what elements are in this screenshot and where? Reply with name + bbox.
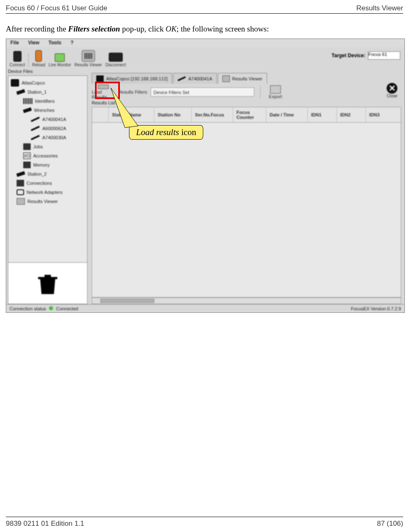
device-orange-icon bbox=[35, 50, 42, 62]
tree-results-viewer[interactable]: Results Viewer bbox=[11, 197, 85, 206]
results-viewer-label: Results Viewer bbox=[74, 63, 102, 67]
instruction-mid: pop-up, click bbox=[120, 24, 166, 33]
instruction-pre: After recording the bbox=[6, 24, 68, 33]
col-idn2[interactable]: IDN2 bbox=[337, 107, 366, 122]
tree-root[interactable]: AtlasCopco bbox=[11, 78, 85, 87]
io-icon: I/O bbox=[23, 152, 31, 159]
tree-wrenches[interactable]: Wrenches bbox=[11, 106, 85, 115]
trash-icon bbox=[35, 271, 61, 296]
connect-button[interactable]: Connect bbox=[10, 51, 25, 67]
col-idn3[interactable]: IDN3 bbox=[366, 107, 395, 122]
status-left: Connection status Connected bbox=[10, 306, 78, 311]
tree-station2-label: Station_2 bbox=[27, 172, 46, 177]
tree-identifiers[interactable]: Identifiers bbox=[11, 97, 85, 106]
tree-connections-label: Connections bbox=[27, 181, 52, 186]
wrenches-icon bbox=[23, 107, 32, 113]
menu-tools[interactable]: Tools bbox=[49, 40, 61, 46]
device-tab-icon bbox=[96, 75, 104, 82]
tree-connections[interactable]: Connections bbox=[11, 179, 85, 188]
tab-results-viewer[interactable]: Results Viewer bbox=[218, 73, 267, 84]
menu-file[interactable]: File bbox=[10, 40, 19, 46]
live-monitor-button[interactable]: Live Monitor bbox=[49, 53, 71, 67]
close-label: Close bbox=[387, 94, 397, 98]
tab-device-label: AtlasCopco [192.168.168.112] bbox=[106, 76, 168, 81]
callout-rest: icon bbox=[179, 127, 196, 137]
tree-wrench-1[interactable]: A6000062A bbox=[11, 124, 85, 133]
sidebar-title: Device Files bbox=[8, 69, 33, 74]
tree-wrench-2[interactable]: A7400030A bbox=[11, 133, 85, 142]
close-button[interactable]: ✕ Close bbox=[383, 83, 401, 99]
header-divider bbox=[6, 13, 403, 14]
export-label: Export bbox=[269, 94, 282, 99]
close-icon: ✕ bbox=[387, 83, 397, 94]
jobs-icon bbox=[23, 143, 31, 150]
network-icon bbox=[17, 189, 24, 195]
tree-memory-label: Memory bbox=[33, 162, 50, 167]
results-tree-icon bbox=[17, 198, 25, 205]
scrollbar-thumb[interactable] bbox=[100, 299, 154, 303]
export-icon bbox=[270, 85, 281, 94]
footer-right: 87 (106) bbox=[377, 520, 403, 528]
target-device-label: Target Device: bbox=[331, 53, 365, 58]
tree-wrench-0[interactable]: A7400041A bbox=[11, 115, 85, 124]
tree-root-label: AtlasCopco bbox=[22, 80, 45, 85]
callout: Load results icon bbox=[129, 125, 203, 140]
device-icon bbox=[11, 79, 19, 87]
results-icon bbox=[82, 50, 95, 62]
wrench-icon bbox=[16, 89, 25, 95]
memory-icon bbox=[23, 162, 31, 168]
instruction-post: ; the following screen shows: bbox=[177, 24, 269, 33]
instruction-italic: OK bbox=[166, 24, 176, 33]
status-right: FocusEX Version 0.7.2.9 bbox=[351, 306, 401, 311]
col-idn1[interactable]: IDN1 bbox=[308, 107, 337, 122]
tree-network-adapters-label: Network Adapters bbox=[27, 190, 63, 195]
tree-jobs[interactable]: Jobs bbox=[11, 142, 85, 151]
wrench-icon bbox=[16, 171, 25, 177]
barcode-icon bbox=[23, 98, 32, 104]
tree-identifiers-label: Identifiers bbox=[35, 99, 55, 104]
callout-arrow-icon bbox=[109, 86, 159, 132]
tree-wrench-1-label: A6000062A bbox=[42, 126, 66, 131]
tree-accessories[interactable]: I/OAccessories bbox=[11, 151, 85, 160]
header-right: Results Viewer bbox=[356, 4, 403, 12]
connect-label: Connect bbox=[10, 63, 25, 67]
col-ser-no-focus[interactable]: Ser.No.Focus bbox=[192, 107, 233, 122]
monitor-icon bbox=[55, 53, 65, 62]
disconnect-button[interactable]: Disconnect bbox=[105, 53, 126, 67]
app-screenshot: File View Tools ? Connect Reload Live Mo… bbox=[6, 39, 405, 313]
tree-station1-label: Station_1 bbox=[27, 89, 46, 94]
horizontal-scrollbar[interactable] bbox=[92, 297, 401, 304]
footer-divider bbox=[6, 517, 403, 517]
tree-accessories-label: Accessories bbox=[33, 153, 58, 158]
tree-wrenches-label: Wrenches bbox=[34, 108, 54, 113]
tab-wrench-label: A7400041A bbox=[188, 76, 212, 81]
status-dot-icon bbox=[49, 306, 53, 310]
results-viewer-toolbar-button[interactable]: Results Viewer bbox=[74, 50, 102, 67]
tab-results-viewer-label: Results Viewer bbox=[232, 76, 263, 81]
menu-bar: File View Tools ? bbox=[6, 39, 404, 47]
tab-wrench[interactable]: A7400041A bbox=[173, 73, 217, 84]
col-date-time[interactable]: Date / Time bbox=[266, 107, 308, 122]
device-files-sidebar: AtlasCopco Station_1 Identifiers Wrenche… bbox=[8, 75, 88, 304]
wrench-tab-icon bbox=[178, 76, 186, 81]
export-button[interactable]: Export bbox=[264, 85, 287, 99]
svg-marker-3 bbox=[111, 88, 138, 128]
col-focus-counter[interactable]: Focus Counter bbox=[233, 107, 266, 122]
target-device-select[interactable]: Focus 61 bbox=[368, 51, 400, 60]
device-filters-set-combo[interactable]: Device Filters Set bbox=[151, 87, 254, 97]
tree-memory[interactable]: Memory bbox=[11, 160, 85, 169]
tree-station1[interactable]: Station_1 bbox=[11, 87, 85, 97]
trash-zone[interactable] bbox=[8, 262, 87, 304]
status-left-value: Connected bbox=[56, 306, 78, 311]
tree-wrench-2-label: A7400030A bbox=[42, 135, 66, 140]
tree-station2[interactable]: Station_2 bbox=[11, 169, 85, 179]
wrench-small-icon bbox=[31, 135, 40, 140]
menu-view[interactable]: View bbox=[28, 40, 39, 46]
tree-network-adapters[interactable]: Network Adapters bbox=[11, 188, 85, 197]
footer-left: 9839 0211 01 Edition 1.1 bbox=[6, 520, 84, 528]
svg-rect-0 bbox=[44, 281, 46, 292]
menu-help[interactable]: ? bbox=[71, 40, 73, 46]
reload-button[interactable]: Reload bbox=[32, 50, 45, 67]
col-station-no[interactable]: Station No bbox=[154, 107, 192, 122]
instruction-text: After recording the Filters selection po… bbox=[6, 24, 403, 34]
